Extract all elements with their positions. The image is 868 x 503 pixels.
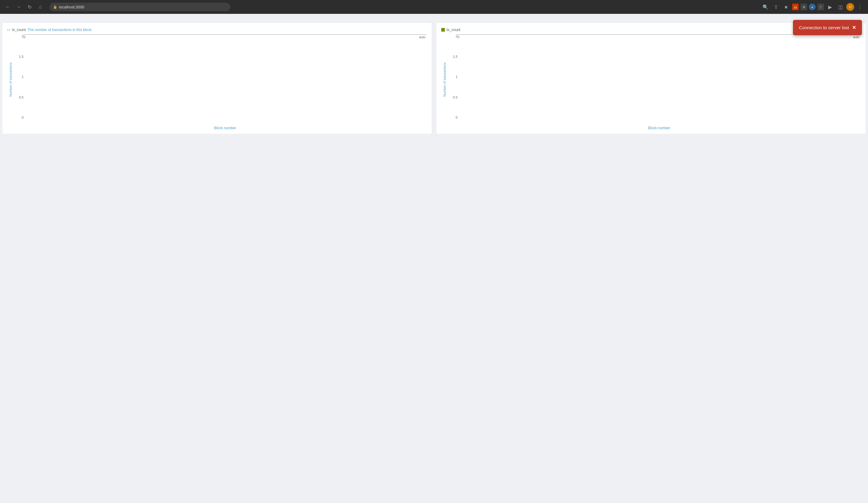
sidebar-toggle[interactable]: ◫ bbox=[836, 3, 845, 11]
chart-plot-left bbox=[23, 34, 427, 35]
y-ticks-left: 2 1.5 1 0.5 0 bbox=[14, 34, 23, 125]
notification-toast: Connection to server lost ✕ bbox=[793, 20, 862, 35]
x-axis-label-left: Block number bbox=[23, 126, 427, 130]
chart-left-area: Number of transactions 2 1.5 1 0.5 0 0 bbox=[7, 34, 427, 125]
y-label-container-right: Number of transactions bbox=[441, 34, 448, 125]
y-tick-1.5-r: 1.5 bbox=[453, 55, 457, 59]
page-content: Connection to server lost ✕ ↦ tx_count T… bbox=[0, 14, 868, 503]
profile-avatar[interactable]: U bbox=[846, 3, 854, 11]
menu-button[interactable]: ⋮ bbox=[856, 3, 865, 11]
share-button[interactable]: ⇧ bbox=[772, 3, 780, 11]
chart-right-panel: tx_count Number of transactions 2 1.5 1 … bbox=[436, 23, 866, 134]
x-ticks-right: 0 auto bbox=[457, 35, 861, 39]
y-ticks-right: 2 1.5 1 0.5 0 bbox=[448, 34, 457, 125]
legend-series-label-left: tx_count bbox=[12, 28, 25, 32]
y-tick-1-r: 1 bbox=[456, 75, 457, 78]
notification-message: Connection to server lost bbox=[799, 25, 849, 30]
lock-icon: 🔒 bbox=[53, 5, 57, 9]
legend-arrow-icon: ↦ bbox=[7, 28, 10, 32]
x-tick-auto-right: auto bbox=[853, 35, 860, 39]
y-label-container-left: Number of transactions bbox=[7, 34, 14, 125]
x-ticks-left: 0 auto bbox=[23, 35, 427, 39]
forward-button[interactable]: → bbox=[14, 3, 23, 11]
y-axis-label-right: Number of transactions bbox=[443, 62, 446, 97]
url-text: localhost:3000 bbox=[59, 5, 84, 9]
browser-actions: 🔍 ⇧ ★ 🦊 ⚙ ● ▽ ▶ ◫ U ⋮ bbox=[761, 3, 865, 11]
notification-close[interactable]: ✕ bbox=[852, 25, 856, 30]
y-axis-label-left: Number of transactions bbox=[9, 62, 12, 97]
extension-icon-4[interactable]: ▽ bbox=[817, 3, 824, 10]
y-tick-0: 0 bbox=[22, 116, 23, 119]
x-tick-auto-left: auto bbox=[419, 35, 426, 39]
bottom-area bbox=[0, 136, 868, 196]
address-bar[interactable]: 🔒 localhost:3000 bbox=[50, 3, 230, 11]
y-tick-0.5: 0.5 bbox=[19, 95, 23, 99]
charts-container: ↦ tx_count The number of transactions in… bbox=[0, 23, 868, 136]
chart-right-area: Number of transactions 2 1.5 1 0.5 0 0 bbox=[441, 34, 861, 125]
back-button[interactable]: ← bbox=[3, 3, 12, 11]
legend-series-label-right: tx_count bbox=[447, 28, 460, 32]
chart-left-legend: ↦ tx_count The number of transactions in… bbox=[7, 28, 427, 32]
reload-button[interactable]: ↻ bbox=[25, 3, 34, 11]
chart-left-panel: ↦ tx_count The number of transactions in… bbox=[2, 23, 432, 134]
x-tick-0-right: 0 bbox=[457, 35, 459, 39]
browser-chrome: ← → ↻ ⌂ 🔒 localhost:3000 🔍 ⇧ ★ 🦊 ⚙ ● ▽ ▶… bbox=[0, 0, 868, 14]
legend-desc-left: The number of transactions in this block… bbox=[28, 28, 92, 32]
bookmark-button[interactable]: ★ bbox=[782, 3, 790, 11]
extension-icon-3[interactable]: ● bbox=[809, 3, 816, 10]
extensions-button[interactable]: ▶ bbox=[826, 3, 834, 11]
plot-wrapper-left: 0 auto bbox=[23, 34, 427, 39]
x-tick-0-left: 0 bbox=[23, 35, 25, 39]
y-tick-0-r: 0 bbox=[456, 116, 457, 119]
extension-icon-1[interactable]: 🦊 bbox=[792, 3, 799, 10]
y-tick-1: 1 bbox=[22, 75, 23, 78]
home-button[interactable]: ⌂ bbox=[36, 3, 45, 11]
x-axis-label-right: Block number bbox=[457, 126, 861, 130]
extension-icon-2[interactable]: ⚙ bbox=[800, 3, 807, 10]
legend-dot-icon bbox=[441, 28, 445, 32]
y-tick-1.5: 1.5 bbox=[19, 55, 23, 59]
y-tick-0.5-r: 0.5 bbox=[453, 95, 457, 99]
search-button[interactable]: 🔍 bbox=[761, 3, 770, 11]
